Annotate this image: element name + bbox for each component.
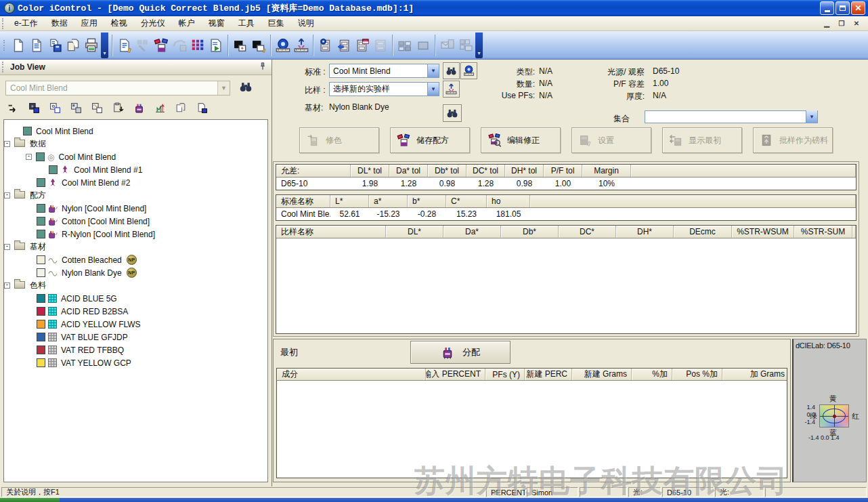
standard-find-button[interactable] [443,62,460,79]
standard-measure-button[interactable] [460,62,477,79]
toolbar-link-tool-button[interactable] [133,36,152,55]
tree-item[interactable]: VAT RED TFBBQ [4,343,267,356]
column-header[interactable]: DL* [386,226,443,238]
column-header[interactable]: DC* [559,226,616,238]
toolbar-open-document-button[interactable] [27,36,45,55]
column-header[interactable]: 输入 PERCENT [426,369,485,380]
show-initial-button[interactable]: 显示最初 [662,127,742,153]
column-header[interactable]: 允差: [276,165,351,177]
tree-item[interactable]: Cool Mint Blend [4,125,267,138]
restore-button[interactable] [836,1,850,15]
toolbar-form-layout-button[interactable] [456,36,475,55]
jobview-copy-substrate-button[interactable] [89,101,104,114]
column-header[interactable]: C* [446,195,487,207]
jobview-send-job-button[interactable] [5,101,20,114]
trial-combo[interactable]: 选择新的实验样 ▼ [329,82,439,96]
column-header[interactable]: 加 Grams [722,369,787,380]
menu-item-说明[interactable]: 说明 [291,16,321,30]
toolbar-db-batch-button[interactable] [334,36,353,55]
toolbar-overflow-chevron[interactable]: ▾ [475,33,483,58]
dispense-setup-button[interactable]: 设置 [571,127,651,153]
minimize-button[interactable] [820,1,834,15]
column-header[interactable]: %STR-SUM [794,226,852,238]
column-header[interactable]: DC* tol [466,165,505,177]
correct-button[interactable]: 修色 [299,127,379,153]
toolbar-db-standard-button[interactable] [316,36,334,55]
jobview-dispense-job-button[interactable] [131,101,146,114]
tree-item[interactable]: -◎Cool Mint Blend [4,150,267,163]
tree-item[interactable]: Nylon [Cool Mint Blend] [4,202,267,215]
column-header[interactable]: %STR-WSUM [732,226,794,238]
tree-item[interactable]: -色料 [4,279,267,292]
toolbar-colorant-strips-button[interactable] [188,36,207,55]
toolbar-window-tile-button[interactable] [395,36,414,55]
menu-item-帐户[interactable]: 帐户 [172,16,202,30]
column-header[interactable]: Da* [443,226,501,238]
tree-item[interactable]: ACID BLUE 5G [4,292,267,305]
column-header[interactable]: 成分 [277,369,426,380]
tree-item[interactable]: VAT BLUE GFJDP [4,331,267,343]
tree-item[interactable]: Cool Mint Blend #2 [4,176,267,189]
mdi-restore-button[interactable]: ❐ [837,20,846,28]
jobview-import-clipboard-button[interactable] [110,101,125,114]
collection-combo[interactable]: ▼ [645,110,818,123]
column-header[interactable]: L* [330,195,369,207]
column-header[interactable]: DL* tol [351,165,389,177]
tree-item[interactable]: VAT YELLOW GCP [4,356,267,369]
jobview-measure-job-button[interactable] [152,101,167,114]
toolbar-standard-tile-button[interactable] [231,36,249,55]
toolbar-overflow-chevron[interactable]: ▾ [101,33,108,58]
toolbar-db-archive-button[interactable] [371,36,389,55]
chevron-down-icon[interactable]: ▼ [806,110,817,123]
job-search-combo[interactable]: Cool Mint Blend ▼ [5,81,230,96]
column-header[interactable]: Pos %加 [672,369,722,380]
close-button[interactable]: ✕ [851,1,865,15]
edit-correct-button[interactable]: 编辑修正 [481,127,561,153]
toolbar-measure-reflectance-button[interactable] [274,36,292,55]
menu-item-工具[interactable]: 工具 [232,16,261,30]
column-header[interactable]: a* [369,195,408,207]
toolbar-save-document-button[interactable] [45,36,64,55]
pin-icon[interactable] [258,62,267,73]
tree-item[interactable]: -基材 [4,240,267,253]
menu-item-应用[interactable]: 应用 [74,16,104,30]
column-header[interactable]: Da* tol [389,165,428,177]
jobview-copy-pages-button[interactable] [173,101,188,114]
table-row[interactable]: Cool Mint Ble...52.61-15.23-0.2815.23181… [276,208,856,220]
column-header[interactable]: DH* tol [505,165,544,177]
chevron-down-icon[interactable]: ▼ [427,64,439,77]
column-header[interactable]: P/F tol [544,165,582,177]
jobview-copy-standard-button[interactable] [26,101,41,114]
tree-item[interactable]: Cotton [Cool Mint Blend] [4,215,267,228]
column-header[interactable]: Db* [501,226,559,238]
menu-item-视窗[interactable]: 视窗 [202,16,232,30]
menu-item-e-工作[interactable]: e-工作 [7,16,45,30]
toolbar-batch-tile-button[interactable] [249,36,267,55]
tree-item[interactable]: Nylon Blank DyeNP [4,266,267,279]
column-header[interactable]: DH* [616,226,674,238]
column-header[interactable]: b* [408,195,446,207]
column-header[interactable]: %加 [632,369,672,380]
chevron-down-icon[interactable]: ▼ [217,81,230,95]
tree-item[interactable]: ACID YELLOW FLWS [4,318,267,331]
toolbar-job-edit-button[interactable] [115,36,133,55]
tree-expander-icon[interactable]: - [26,154,32,160]
toolbar-transfer-tool-button[interactable] [170,36,188,55]
mdi-minimize-button[interactable]: ▁ [822,20,831,28]
column-header[interactable]: 比样名称 [276,226,386,238]
toolbar-db-recipe-button[interactable] [353,36,371,55]
tree-item[interactable]: ACID RED B2BSA [4,305,267,318]
toolbar-print-document-button[interactable] [82,36,100,55]
column-header[interactable]: 新建 Grams [572,369,632,380]
tree-item[interactable]: R-Nylon [Cool Mint Blend] [4,228,267,240]
toolbar-run-job-button[interactable] [207,36,225,55]
menu-item-检视[interactable]: 检视 [104,16,134,30]
toolbar-duplicate-document-button[interactable] [64,36,82,55]
tree-expander-icon[interactable]: - [4,283,10,289]
jobview-copy-recipe-button[interactable] [68,101,83,114]
column-header[interactable]: Margin [582,165,631,177]
dispense-button[interactable]: 分配 [410,341,511,364]
menu-item-分光仪[interactable]: 分光仪 [134,16,172,30]
column-header[interactable]: ho [487,195,530,207]
jobview-copy-batch-button[interactable] [47,101,62,114]
